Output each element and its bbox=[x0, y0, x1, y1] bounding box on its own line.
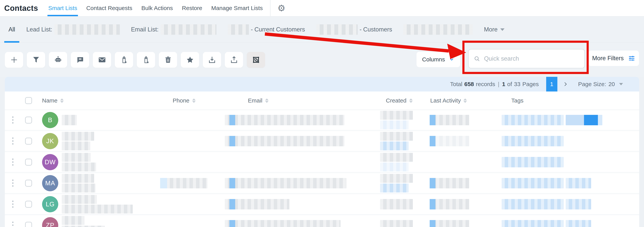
list-tab-suffix: - Current Customers bbox=[251, 26, 305, 33]
automation-bot-button[interactable] bbox=[49, 52, 67, 68]
row-select-cell bbox=[18, 116, 37, 124]
row-menu-icon[interactable] bbox=[12, 222, 14, 227]
automation-bot-icon bbox=[54, 56, 62, 64]
page-button-1[interactable]: 1 bbox=[546, 77, 557, 92]
send-email-button[interactable] bbox=[93, 52, 111, 68]
remove-tag-button[interactable] bbox=[137, 52, 155, 68]
send-sms-button[interactable] bbox=[71, 52, 89, 68]
contact-row[interactable]: LG bbox=[5, 194, 639, 215]
redacted-tags bbox=[502, 220, 639, 227]
redacted-name bbox=[62, 195, 133, 214]
favorite-star-icon bbox=[186, 56, 194, 64]
sort-icon[interactable] bbox=[409, 98, 413, 103]
select-all-checkbox[interactable] bbox=[25, 97, 32, 104]
row-menu-icon[interactable] bbox=[12, 180, 14, 187]
delete-icon bbox=[164, 56, 172, 64]
row-menu-icon[interactable] bbox=[12, 138, 14, 144]
redacted-list-name bbox=[316, 24, 358, 35]
column-header-created[interactable]: Created bbox=[381, 97, 426, 104]
smart-list-tab-more[interactable]: More bbox=[484, 16, 504, 43]
row-checkbox[interactable] bbox=[25, 201, 32, 208]
top-tab-restore[interactable]: Restore bbox=[182, 0, 202, 16]
contact-name-cell: DW bbox=[37, 153, 168, 172]
list-tab-suffix: - Customers bbox=[360, 26, 392, 33]
column-header-email[interactable]: Email bbox=[243, 97, 381, 104]
contact-name-cell: JK bbox=[37, 132, 168, 150]
row-menu-cell bbox=[5, 116, 18, 124]
redacted-last-activity bbox=[426, 178, 506, 188]
filter-button[interactable] bbox=[27, 52, 45, 68]
smart-list-tab-lead-list[interactable]: Lead List: bbox=[26, 16, 120, 43]
redacted-tags bbox=[502, 157, 639, 167]
row-menu-icon[interactable] bbox=[12, 116, 14, 124]
smart-list-tab-customers[interactable]: - Customers bbox=[316, 16, 392, 43]
row-checkbox[interactable] bbox=[25, 159, 32, 166]
redacted-email-blocks bbox=[225, 178, 346, 188]
contact-row[interactable]: DW bbox=[5, 152, 639, 173]
redacted-last-activity bbox=[426, 220, 506, 227]
add-tag-button[interactable] bbox=[115, 52, 133, 68]
add-tag-icon bbox=[120, 56, 128, 64]
redacted-last-activity bbox=[426, 199, 506, 210]
row-checkbox[interactable] bbox=[25, 222, 32, 227]
export-button[interactable] bbox=[203, 52, 221, 68]
sort-icon[interactable] bbox=[60, 98, 64, 103]
row-menu-icon[interactable] bbox=[12, 158, 14, 166]
column-header-phone[interactable]: Phone bbox=[168, 97, 243, 104]
column-header-name[interactable]: Name bbox=[37, 97, 168, 104]
merge-contacts-button[interactable] bbox=[247, 52, 265, 68]
quick-search-input[interactable] bbox=[484, 55, 579, 62]
redacted-name bbox=[62, 153, 96, 172]
redacted-list-name bbox=[403, 24, 473, 35]
redacted-last-activity-blocks bbox=[430, 220, 469, 227]
sort-icon[interactable] bbox=[265, 98, 268, 103]
redacted-tag bbox=[502, 199, 564, 210]
top-tab-bulk-actions[interactable]: Bulk Actions bbox=[142, 0, 173, 16]
row-menu-icon[interactable] bbox=[12, 200, 14, 208]
smart-list-tab-redacted-5[interactable] bbox=[403, 16, 473, 43]
redacted-last-activity bbox=[426, 136, 506, 146]
smart-list-tab-email-list[interactable]: Email List: bbox=[131, 16, 216, 43]
row-checkbox[interactable] bbox=[25, 180, 32, 187]
contact-row[interactable]: B bbox=[5, 110, 639, 131]
smart-list-tab-current-customers[interactable]: - Current Customers bbox=[228, 16, 305, 43]
contact-row[interactable]: JK bbox=[5, 131, 639, 152]
redacted-block bbox=[380, 153, 413, 162]
row-select-cell bbox=[18, 222, 37, 227]
columns-button[interactable]: Columns bbox=[416, 52, 460, 67]
redacted-name bbox=[62, 115, 77, 125]
redacted-created-blocks bbox=[380, 132, 413, 150]
next-page-icon[interactable] bbox=[563, 82, 568, 87]
sort-icon[interactable] bbox=[464, 98, 467, 103]
column-header-last-activity[interactable]: Last Activity bbox=[426, 97, 506, 104]
page-size-caret-icon bbox=[619, 83, 623, 85]
more-filters-button[interactable]: More Filters bbox=[588, 50, 639, 66]
smart-list-tab-all[interactable]: All bbox=[8, 16, 15, 43]
sort-icon[interactable] bbox=[192, 98, 196, 103]
redacted-last-activity-blocks bbox=[430, 178, 469, 188]
contact-name-cell: B bbox=[37, 112, 168, 128]
add-contact-button[interactable] bbox=[5, 52, 23, 68]
page-size-select[interactable]: Page Size: 20 bbox=[578, 81, 623, 88]
row-menu-cell bbox=[5, 138, 18, 144]
contact-row[interactable]: MA bbox=[5, 173, 639, 194]
redacted-block bbox=[430, 136, 469, 146]
redacted-created bbox=[381, 111, 426, 129]
redacted-block bbox=[225, 199, 290, 210]
current-page: 1 bbox=[502, 81, 505, 88]
quick-search-box[interactable] bbox=[468, 49, 585, 68]
top-tab-smart-lists[interactable]: Smart Lists bbox=[48, 0, 77, 16]
settings-gear-icon[interactable]: ⚙ bbox=[276, 4, 286, 13]
delete-button[interactable] bbox=[159, 52, 177, 68]
import-button[interactable] bbox=[225, 52, 243, 68]
favorite-star-button[interactable] bbox=[181, 52, 199, 68]
row-checkbox[interactable] bbox=[25, 116, 32, 124]
top-tab-manage-smart-lists[interactable]: Manage Smart Lists bbox=[211, 0, 263, 16]
search-icon bbox=[474, 56, 480, 62]
column-header-tags: Tags bbox=[506, 97, 639, 104]
top-tab-contact-requests[interactable]: Contact Requests bbox=[86, 0, 132, 16]
contact-row[interactable]: ZP bbox=[5, 215, 639, 227]
redacted-created-blocks bbox=[380, 153, 413, 172]
row-checkbox[interactable] bbox=[25, 138, 32, 144]
redacted-tag bbox=[566, 115, 602, 125]
